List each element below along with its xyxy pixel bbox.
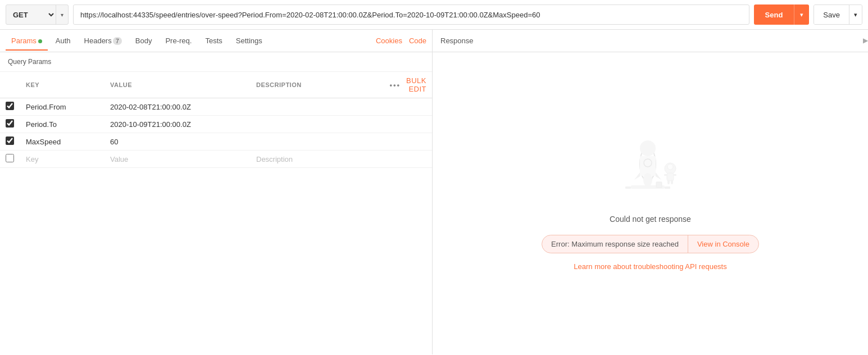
- svg-rect-8: [625, 186, 631, 189]
- method-arrow-icon[interactable]: ▾: [56, 12, 68, 18]
- svg-rect-17: [656, 182, 662, 188]
- row1-key[interactable]: Period.From: [20, 98, 104, 116]
- row1-value[interactable]: 2020-02-08T21:00:00.0Z: [104, 98, 251, 116]
- right-panel: Response ▶: [433, 30, 868, 354]
- expand-panel-icon[interactable]: ▶: [863, 37, 868, 44]
- row2-key[interactable]: Period.To: [20, 116, 104, 133]
- svg-rect-15: [667, 180, 670, 184]
- placeholder-desc[interactable]: Description: [251, 151, 384, 168]
- bulk-edit-button[interactable]: Bulk Edit: [406, 76, 426, 93]
- error-banner: Error: Maximum response size reached Vie…: [542, 235, 759, 253]
- row2-checkbox[interactable]: [6, 119, 14, 128]
- tab-settings[interactable]: Settings: [230, 32, 268, 51]
- placeholder-checkbox[interactable]: [6, 154, 14, 162]
- more-options-icon[interactable]: •••: [389, 81, 401, 89]
- table-row-placeholder: Key Value Description: [0, 151, 432, 168]
- response-title: Response: [440, 37, 474, 45]
- placeholder-checkbox-cell: [0, 151, 20, 168]
- svg-point-11: [667, 164, 673, 170]
- tab-prereq[interactable]: Pre-req.: [160, 32, 197, 51]
- row2-value[interactable]: 2020-10-09T21:00:00.0Z: [104, 116, 251, 133]
- row3-checkbox-cell: [0, 133, 20, 151]
- top-bar: GET POST PUT DELETE ▾ Send ▾ Save ▾: [0, 0, 868, 30]
- empty-state-text: Could not get response: [610, 215, 691, 224]
- row3-desc[interactable]: [251, 133, 384, 151]
- svg-rect-14: [673, 174, 676, 176]
- method-dropdown[interactable]: GET POST PUT DELETE: [6, 5, 56, 24]
- params-table: KEY VALUE DESCRIPTION ••• Bulk Edit: [0, 72, 432, 168]
- main-layout: Params Auth Headers7 Body Pre-req. Tests…: [0, 30, 868, 354]
- svg-rect-16: [671, 180, 673, 184]
- tab-params[interactable]: Params: [6, 32, 48, 51]
- row1-actions: [384, 98, 432, 116]
- tab-body[interactable]: Body: [130, 32, 158, 51]
- tabs-bar: Params Auth Headers7 Body Pre-req. Tests…: [0, 30, 432, 52]
- row3-key[interactable]: MaxSpeed: [20, 133, 104, 151]
- error-message: Error: Maximum response size reached: [542, 235, 688, 253]
- query-params-title: Query Params: [0, 52, 432, 72]
- svg-marker-3: [634, 172, 640, 180]
- svg-marker-4: [656, 172, 661, 180]
- cookies-link[interactable]: Cookies: [376, 37, 402, 45]
- code-link[interactable]: Code: [409, 37, 426, 45]
- row3-checkbox[interactable]: [6, 136, 14, 145]
- save-button-group: Save ▾: [814, 4, 862, 25]
- view-in-console-link[interactable]: View in Console: [688, 235, 758, 253]
- col-actions-header: ••• Bulk Edit: [384, 72, 432, 98]
- svg-rect-12: [667, 173, 674, 181]
- tab-tests[interactable]: Tests: [199, 32, 228, 51]
- svg-point-1: [640, 140, 656, 156]
- send-button-group: Send ▾: [754, 4, 810, 25]
- row3-value[interactable]: 60: [104, 133, 251, 151]
- row2-desc[interactable]: [251, 116, 384, 133]
- row2-actions: [384, 116, 432, 133]
- send-dropdown-arrow[interactable]: ▾: [794, 4, 809, 25]
- learn-more-link[interactable]: Learn more about troubleshooting API req…: [574, 262, 726, 271]
- response-header: Response: [433, 30, 868, 52]
- svg-rect-13: [664, 174, 667, 176]
- response-body: Could not get response Error: Maximum re…: [433, 52, 868, 354]
- tab-auth[interactable]: Auth: [50, 32, 76, 51]
- send-button[interactable]: Send: [754, 4, 794, 25]
- table-row: MaxSpeed 60: [0, 133, 432, 151]
- save-button[interactable]: Save: [814, 5, 849, 24]
- empty-state-illustration: [614, 136, 687, 203]
- col-desc-header: DESCRIPTION: [251, 72, 384, 98]
- row1-checkbox-cell: [0, 98, 20, 116]
- tabs-right-links: Cookies Code: [376, 37, 426, 45]
- col-key-header: KEY: [20, 72, 104, 98]
- table-row: Period.To 2020-10-09T21:00:00.0Z: [0, 116, 432, 133]
- headers-badge: 7: [113, 37, 122, 45]
- row3-actions: [384, 133, 432, 151]
- row2-checkbox-cell: [0, 116, 20, 133]
- left-panel: Params Auth Headers7 Body Pre-req. Tests…: [0, 30, 433, 354]
- col-value-header: VALUE: [104, 72, 251, 98]
- table-row: Period.From 2020-02-08T21:00:00.0Z: [0, 98, 432, 116]
- placeholder-key[interactable]: Key: [20, 151, 104, 168]
- row1-desc[interactable]: [251, 98, 384, 116]
- svg-rect-9: [665, 186, 670, 189]
- row1-checkbox[interactable]: [6, 102, 14, 110]
- placeholder-value[interactable]: Value: [104, 151, 251, 168]
- params-active-dot: [38, 39, 42, 43]
- placeholder-actions: [384, 151, 432, 168]
- svg-point-6: [643, 173, 652, 186]
- col-checkbox: [0, 72, 20, 98]
- save-dropdown-arrow[interactable]: ▾: [849, 5, 862, 24]
- method-selector[interactable]: GET POST PUT DELETE ▾: [6, 4, 69, 25]
- url-input[interactable]: [73, 4, 749, 25]
- tab-headers[interactable]: Headers7: [79, 32, 128, 51]
